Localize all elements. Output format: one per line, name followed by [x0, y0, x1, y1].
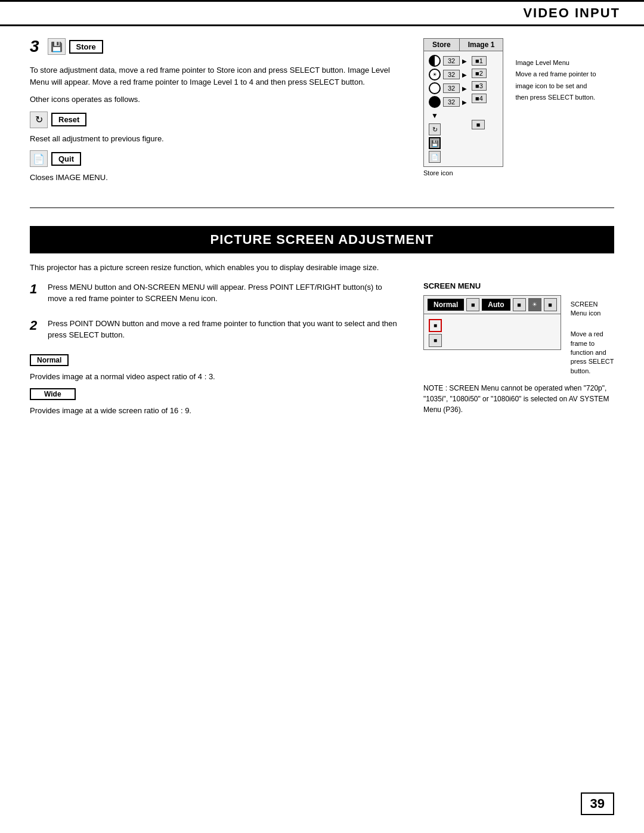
psa-step-1-num: 1 [30, 281, 43, 311]
caption-line3: image icon to be set and [515, 82, 596, 91]
caption-line2: Move a red frame pointer to [515, 70, 596, 79]
psa-section: PICTURE SCREEN ADJUSTMENT This projector… [30, 226, 614, 423]
psa-intro: This projector has a picture screen resi… [30, 263, 614, 272]
reset-label: Reset [51, 113, 86, 126]
image-1-box: ■1 [472, 56, 487, 66]
arrow-right-4: ▶ [462, 99, 467, 106]
menu-row-7: 💾 [429, 137, 467, 149]
menu-row-4: 32 ▶ [429, 96, 467, 108]
screen-menu-row-1: ■ [429, 319, 556, 332]
red-frame-icon-1: ■ [429, 319, 442, 332]
caption-line4: then press SELECT button. [515, 93, 596, 102]
screen-menu-label: SCREEN MENU [423, 281, 614, 290]
screen-menu-diagram-group: Normal ■ Auto ■ ☀ ■ [423, 295, 614, 376]
down-arrow-icon: ▼ [429, 110, 441, 122]
step-3-row: 3 💾 Store [30, 38, 400, 60]
arrow-right-2: ▶ [462, 72, 467, 78]
caption-line1: Image Level Menu [515, 58, 596, 67]
menu-row-2: ☀ 32 ▶ [429, 69, 467, 80]
store-icon-caption: Store icon [423, 169, 503, 176]
image-4-box: ■4 [472, 94, 487, 103]
image-level-menu: Store Image 1 32 ▶ [423, 38, 503, 167]
menu-row-3: 32 ▶ [429, 82, 467, 94]
num-32-3: 32 [443, 83, 460, 93]
store-label: Store [69, 40, 103, 54]
arrow-right-3: ▶ [462, 85, 467, 92]
screen-menu-auto-btn: Auto [482, 299, 510, 311]
reset-desc: Reset all adjustment to previous figure. [30, 133, 400, 145]
normal-label: Normal [30, 354, 69, 366]
psa-step-2-num: 2 [30, 318, 43, 347]
num-32-1: 32 [443, 56, 460, 66]
reset-menu-icon: ↻ [429, 123, 441, 135]
menu-row-5: ▼ [429, 110, 467, 122]
menu-row-1: 32 ▶ [429, 55, 467, 67]
menu-header-image1: Image 1 [460, 39, 503, 51]
other-icons-text: Other icons operates as follows. [30, 94, 400, 106]
store-body-text: To store adjustment data, move a red fra… [30, 64, 400, 88]
menu-icons-col: 32 ▶ ☀ 32 ▶ [429, 55, 467, 163]
psa-header: PICTURE SCREEN ADJUSTMENT [30, 226, 614, 253]
screen-menu-sq-2: ■ [513, 298, 526, 311]
num-32-2: 32 [443, 70, 460, 79]
menu-header-store: Store [424, 39, 460, 51]
menu-row-8: 📄 [429, 151, 467, 163]
psa-right: SCREEN MENU Normal ■ Auto ■ ☀ ■ [423, 281, 614, 423]
step-3-number: 3 [30, 38, 39, 55]
normal-desc: Provides image at a normal video aspect … [30, 371, 400, 383]
wide-icon-row: Wide [30, 388, 400, 400]
menu-image-col: ■1 ■2 ■3 ■4 [472, 56, 487, 163]
screen-menu-caption: SCREEN Menu icon Move a red frame to fun… [571, 295, 614, 376]
psa-body: 1 Press MENU button and ON-SCREEN MENU w… [30, 281, 614, 423]
screen-menu-top-bar: Normal ■ Auto ■ ☀ ■ [424, 296, 561, 314]
screen-menu-icon-note: SCREEN Menu icon [571, 300, 614, 318]
quit-label: Quit [51, 152, 81, 166]
normal-icon-row: Normal [30, 354, 400, 366]
image-2-row: ■2 [472, 69, 487, 78]
image-1-row: ■1 [472, 56, 487, 66]
store-menu-icon: 💾 [429, 137, 441, 149]
quit-icon-row: 📄 Quit [30, 150, 400, 167]
screen-menu-normal-btn: Normal [428, 299, 464, 311]
arrow-right-1: ▶ [462, 58, 467, 64]
psa-left: 1 Press MENU button and ON-SCREEN MENU w… [30, 281, 400, 423]
psa-step-2-row: 2 Press POINT DOWN button and move a red… [30, 318, 400, 347]
tint-icon [429, 96, 441, 108]
page-header: VIDEO INPUT [0, 0, 644, 26]
screen-row-icon-2: ■ [429, 334, 442, 347]
image-menu-caption: Image Level Menu Move a red frame pointe… [515, 38, 596, 103]
screen-menu-diagram-main: Normal ■ Auto ■ ☀ ■ [423, 295, 561, 350]
num-32-4: 32 [443, 97, 460, 107]
section-3: 3 💾 Store To store adjustment data, move… [30, 38, 614, 190]
psa-step-1-text: Press MENU button and ON-SCREEN MENU wil… [48, 281, 400, 305]
psa-note: NOTE : SCREEN Menu cannot be operated wh… [423, 383, 614, 415]
screen-menu-diagram: Normal ■ Auto ■ ☀ ■ [423, 295, 561, 350]
image-3-row: ■3 [472, 81, 487, 91]
store-icon-row: 💾 Store [48, 38, 103, 55]
contrast-icon [429, 55, 441, 67]
page-title: VIDEO INPUT [523, 5, 620, 20]
screen-menu-body: ■ ■ [424, 314, 561, 349]
page-content: 3 💾 Store To store adjustment data, move… [0, 38, 644, 423]
psa-step-2-text: Press POINT DOWN button and move a red f… [48, 318, 400, 341]
screen-menu-note: Move a red frame to function and press S… [571, 330, 614, 376]
quit-menu-icon: 📄 [429, 151, 441, 163]
image-store-icon: ■ [472, 120, 485, 129]
image-store-row: ■ [472, 120, 487, 129]
quit-icon: 📄 [30, 150, 48, 167]
reset-icon: ↻ [30, 112, 48, 128]
screen-menu-sq-3: ☀ [528, 298, 541, 311]
screen-menu-row-2: ■ [429, 334, 556, 347]
section-3-left: 3 💾 Store To store adjustment data, move… [30, 38, 400, 190]
image-4-row: ■4 [472, 94, 487, 103]
page-number: 39 [581, 792, 614, 815]
divider-1 [30, 208, 614, 208]
brightness-icon: ☀ [429, 69, 441, 80]
spacer-1 [472, 106, 487, 117]
psa-step-1-row: 1 Press MENU button and ON-SCREEN MENU w… [30, 281, 400, 311]
reset-icon-row: ↻ Reset [30, 112, 400, 128]
wide-desc: Provides image at a wide screen ratio of… [30, 405, 400, 417]
menu-row-6: ↻ [429, 123, 467, 135]
image-level-menu-container: Store Image 1 32 ▶ [423, 38, 614, 190]
screen-menu-rows: ■ ■ [429, 319, 556, 347]
